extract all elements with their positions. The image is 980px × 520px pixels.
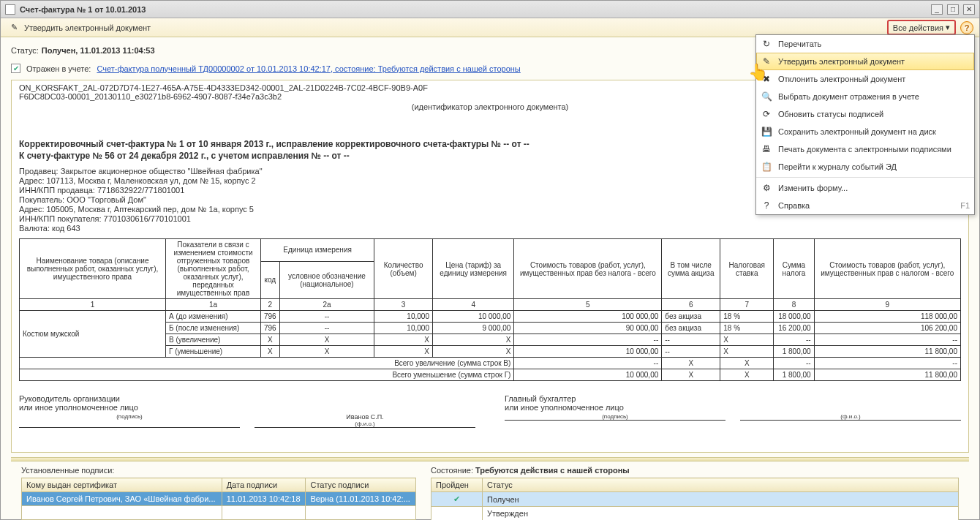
- minimize-button[interactable]: _: [931, 4, 943, 15]
- head-label: Руководитель организации или иное уполно…: [19, 394, 475, 412]
- window-title: Счет-фактура № 1 от 10.01.2013: [20, 5, 931, 14]
- signatures-label: Установленные подписи:: [21, 466, 416, 475]
- state-row[interactable]: ✔Получен: [431, 492, 959, 507]
- reflected-checkbox[interactable]: ✔: [11, 64, 20, 73]
- approve-button[interactable]: ✎ Утвердить электронный документ: [7, 21, 155, 34]
- th-tax: Сумма налога: [774, 239, 814, 299]
- total-inc-label: Всего увеличение (сумма строк В): [20, 358, 514, 369]
- th-cost: Стоимость товаров (работ, услуг), имущес…: [514, 239, 662, 299]
- maximize-button[interactable]: □: [947, 4, 959, 15]
- signature-row-empty: [22, 506, 416, 520]
- approve-label: Утвердить электронный документ: [24, 23, 151, 32]
- menu-item-icon: ⚙: [761, 182, 772, 194]
- col-who[interactable]: Кому выдан сертификат: [22, 478, 222, 492]
- help-button[interactable]: ?: [960, 21, 973, 34]
- col-passed[interactable]: Пройден: [431, 478, 483, 492]
- col-status[interactable]: Статус подписи: [306, 478, 416, 492]
- state-row[interactable]: Утвержден: [431, 507, 959, 521]
- currency: Валюта: код 643: [19, 224, 961, 233]
- buyer-inn: ИНН/КПП покупателя: 7701030616/770101001: [19, 214, 961, 223]
- col-date[interactable]: Дата подписи: [222, 478, 306, 492]
- menu-item[interactable]: ⚙Изменить форму...: [756, 179, 974, 197]
- titlebar: Счет-фактура № 1 от 10.01.2013 _ □ ✕: [1, 1, 979, 18]
- th-unit: Единица измерения: [261, 239, 374, 262]
- menu-item-label: Перечитать: [778, 39, 821, 48]
- menu-item[interactable]: 💾Сохранить электронный документ на диск: [756, 123, 974, 140]
- actions-menu: ↻Перечитать✎Утвердить электронный докуме…: [755, 34, 975, 215]
- menu-item[interactable]: ⟳Обновить статусы подписей: [756, 105, 974, 123]
- menu-item-label: Сохранить электронный документ на диск: [778, 127, 936, 136]
- col-state-status[interactable]: Статус: [483, 478, 959, 492]
- signature-row[interactable]: Иванов Сергей Петрович, ЗАО «Швейная фаб…: [22, 492, 416, 506]
- menu-item-icon: 💾: [761, 126, 772, 137]
- menu-item-icon: 🔍: [761, 91, 772, 102]
- reflected-link[interactable]: Счет-фактура полученный ТД00000002 от 10…: [97, 64, 520, 73]
- splitter[interactable]: [11, 457, 969, 461]
- state-value: Требуются действия с нашей стороны: [475, 466, 630, 475]
- menu-item-icon: 🖶: [761, 143, 772, 155]
- head-sign-line: (подпись): [19, 413, 240, 428]
- menu-item[interactable]: ✖Отклонить электронный документ: [756, 70, 974, 88]
- menu-item-label: Справка: [778, 201, 810, 210]
- status-label: Статус:: [11, 46, 39, 55]
- menu-item-label: Утвердить электронный документ: [778, 57, 905, 66]
- acc-label: Главный бухгалтер или иное уполномоченно…: [505, 394, 961, 412]
- th-price: Цена (тариф) за единицу измерения: [432, 239, 513, 299]
- approve-icon: ✎: [11, 23, 21, 33]
- th-qty: Количество (объем): [374, 239, 433, 299]
- th-total: Стоимость товаров (работ, услуг), имущес…: [814, 239, 960, 299]
- head-name-line: Иванов С.П.(ф.и.о.): [255, 413, 475, 428]
- all-actions-label: Все действия: [893, 23, 943, 32]
- menu-item[interactable]: 🔍Выбрать документ отражения в учете: [756, 88, 974, 105]
- menu-item-label: Перейти к журналу событий ЭД: [778, 162, 897, 171]
- acc-sign-line: (подпись): [505, 413, 725, 421]
- reflected-label: Отражен в учете:: [26, 64, 91, 73]
- total-dec-label: Всего уменьшение (сумма строк Г): [20, 369, 514, 381]
- status-value: Получен, 11.01.2013 11:04:53: [42, 46, 155, 55]
- menu-item-label: Отклонить электронный документ: [778, 75, 905, 83]
- th-cond: условное обозначение (национальное): [279, 261, 374, 299]
- th-name: Наименование товара (описание выполненны…: [20, 239, 166, 299]
- th-rate: Налоговая ставка: [720, 239, 774, 299]
- menu-item-label: Выбрать документ отражения в учете: [778, 92, 919, 101]
- invoice-table: Наименование товара (описание выполненны…: [19, 238, 961, 381]
- menu-item[interactable]: 📋Перейти к журналу событий ЭД: [756, 158, 974, 176]
- signatures-grid[interactable]: Кому выдан сертификат Дата подписи Стату…: [21, 478, 416, 520]
- menu-item-icon: ⟳: [761, 108, 772, 120]
- th-excise: В том числе сумма акциза: [662, 239, 720, 299]
- menu-item[interactable]: ?СправкаF1: [756, 197, 974, 214]
- menu-item-icon: ?: [761, 200, 772, 211]
- close-button[interactable]: ✕: [963, 4, 975, 15]
- menu-item-label: Обновить статусы подписей: [778, 110, 883, 118]
- menu-item-icon: ↻: [761, 38, 772, 50]
- menu-item-icon: 📋: [761, 161, 772, 173]
- menu-shortcut: F1: [960, 201, 970, 210]
- state-grid[interactable]: Пройден Статус ✔ПолученУтвержден: [431, 478, 959, 520]
- chevron-down-icon: ▾: [946, 23, 950, 32]
- menu-item[interactable]: 🖶Печать документа с электронными подпися…: [756, 140, 974, 158]
- menu-item-label: Печать документа с электронными подписям…: [778, 145, 951, 154]
- app-icon: [5, 4, 15, 15]
- th-indicators: Показатели в связи с изменением стоимост…: [166, 239, 261, 299]
- all-actions-button[interactable]: Все действия ▾: [887, 20, 956, 35]
- menu-item-label: Изменить форму...: [778, 184, 848, 192]
- menu-item[interactable]: ✎Утвердить электронный документ: [756, 53, 974, 70]
- cursor-icon: 👆: [748, 63, 768, 82]
- menu-item[interactable]: ↻Перечитать: [756, 35, 974, 53]
- acc-name-line: (ф.и.о.): [740, 413, 961, 421]
- invoice-row: Костюм мужскойА (до изменения)796--10,00…: [20, 311, 961, 323]
- th-code: код: [261, 261, 280, 299]
- state-label: Состояние:: [431, 466, 473, 475]
- menu-separator: [756, 177, 974, 178]
